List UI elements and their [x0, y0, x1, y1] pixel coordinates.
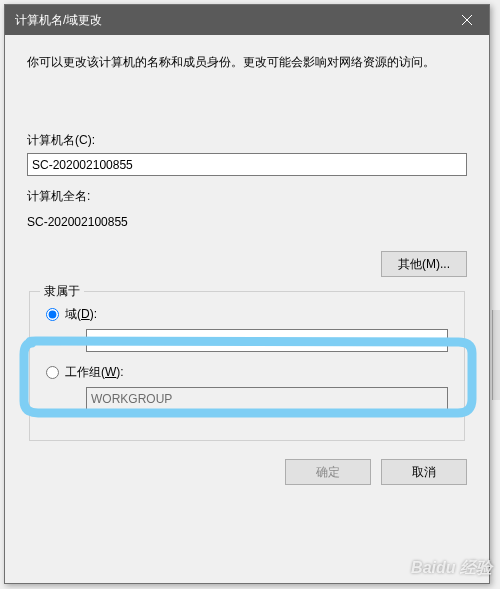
workgroup-radio[interactable] — [46, 366, 59, 379]
dialog-content: 你可以更改该计算机的名称和成员身份。更改可能会影响对网络资源的访问。 计算机名(… — [5, 35, 489, 441]
computer-name-label: 计算机名(C): — [27, 132, 467, 149]
domain-radio-label: 域(D): — [65, 306, 97, 323]
workgroup-radio-row[interactable]: 工作组(W): — [46, 364, 448, 381]
member-of-title: 隶属于 — [40, 283, 84, 300]
description-text: 你可以更改该计算机的名称和成员身份。更改可能会影响对网络资源的访问。 — [27, 53, 467, 72]
domain-input[interactable] — [86, 329, 448, 352]
computer-name-domain-dialog: 计算机名/域更改 你可以更改该计算机的名称和成员身份。更改可能会影响对网络资源的… — [4, 4, 490, 584]
workgroup-radio-label: 工作组(W): — [65, 364, 124, 381]
close-icon — [462, 15, 472, 25]
full-name-value: SC-202002100855 — [27, 215, 467, 229]
member-of-group: 隶属于 域(D): 工作组(W): — [29, 291, 465, 441]
titlebar: 计算机名/域更改 — [5, 5, 489, 35]
other-button[interactable]: 其他(M)... — [381, 251, 467, 277]
full-name-label: 计算机全名: — [27, 188, 467, 205]
close-button[interactable] — [444, 5, 489, 35]
ok-button[interactable]: 确定 — [285, 459, 371, 485]
domain-radio[interactable] — [46, 308, 59, 321]
cancel-button[interactable]: 取消 — [381, 459, 467, 485]
workgroup-input — [86, 387, 448, 410]
background-window-edge — [492, 310, 500, 400]
dialog-button-row: 确定 取消 — [5, 441, 489, 485]
computer-name-input[interactable] — [27, 153, 467, 176]
domain-radio-row[interactable]: 域(D): — [46, 306, 448, 323]
window-title: 计算机名/域更改 — [15, 12, 102, 29]
